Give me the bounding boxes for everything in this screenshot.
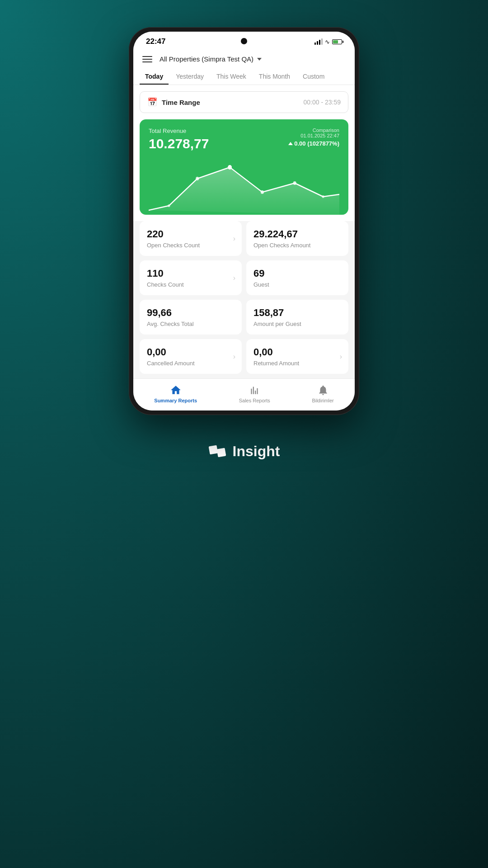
svg-point-5	[322, 195, 324, 198]
property-name: All Properties (Simpra Test QA)	[160, 55, 253, 63]
chevron-right-icon-3: ›	[233, 353, 235, 361]
stat-open-checks-amount-value: 29.224,67	[253, 228, 341, 240]
nav-bildirimler[interactable]: Bildirimler	[312, 384, 333, 403]
stat-guest-value: 69	[253, 268, 341, 279]
stat-returned-amount-value: 0,00	[253, 346, 341, 358]
stat-amount-per-guest-label: Amount per Guest	[253, 321, 341, 327]
stats-container: 220 Open Checks Count › 29.224,67 Open C…	[133, 221, 355, 374]
stats-row-2: 110 Checks Count › 69 Guest	[140, 260, 348, 295]
revenue-chart	[149, 160, 339, 215]
time-range-label: Time Range	[162, 99, 200, 106]
stat-cancelled-amount-label: Cancelled Amount	[147, 360, 235, 367]
stat-cancelled-amount[interactable]: 0,00 Cancelled Amount ›	[140, 339, 242, 374]
phone-screen: 22:47 ∿ Al	[133, 32, 355, 410]
tabs-container: Today Yesterday This Week This Month Cus…	[133, 63, 355, 85]
revenue-chart-svg	[149, 160, 339, 215]
stat-avg-checks-total-label: Avg. Checks Total	[147, 321, 235, 327]
time-range-container: 📅 Time Range 00:00 - 23:59	[133, 85, 355, 119]
stats-row-4: 0,00 Cancelled Amount › 0,00 Returned Am…	[140, 339, 348, 374]
status-icons: ∿	[314, 38, 342, 45]
revenue-top: Total Revenue 10.278,77 Comparison 01.01…	[149, 127, 339, 151]
svg-point-4	[168, 204, 170, 207]
svg-point-3	[293, 181, 296, 185]
chevron-right-icon-2: ›	[233, 274, 235, 282]
time-range-card[interactable]: 📅 Time Range 00:00 - 23:59	[140, 91, 348, 113]
chevron-right-icon-4: ›	[340, 353, 342, 361]
comparison-date: 01.01.2025 22:47	[288, 133, 339, 138]
tab-custom[interactable]: Custom	[297, 69, 330, 85]
comparison-label: Comparison	[288, 127, 339, 133]
trend-up-icon	[288, 142, 293, 145]
calendar-icon: 📅	[147, 97, 157, 107]
time-range-value: 00:00 - 23:59	[303, 99, 341, 106]
nav-sales-reports-label: Sales Reports	[239, 398, 270, 403]
stat-avg-checks-total: 99,66 Avg. Checks Total	[140, 300, 242, 335]
time-range-left: 📅 Time Range	[147, 97, 200, 107]
stat-cancelled-amount-value: 0,00	[147, 346, 235, 358]
app-header: All Properties (Simpra Test QA)	[133, 50, 355, 63]
chevron-right-icon: ›	[233, 235, 235, 243]
stats-row-3: 99,66 Avg. Checks Total 158,87 Amount pe…	[140, 300, 348, 335]
stat-open-checks-count-value: 220	[147, 228, 235, 240]
stat-open-checks-amount: 29.224,67 Open Checks Amount	[246, 221, 348, 256]
stat-open-checks-count[interactable]: 220 Open Checks Count ›	[140, 221, 242, 256]
stat-open-checks-count-label: Open Checks Count	[147, 242, 235, 249]
nav-summary-reports-label: Summary Reports	[154, 398, 197, 403]
dropdown-arrow-icon	[257, 58, 262, 61]
stat-avg-checks-total-value: 99,66	[147, 307, 235, 319]
revenue-value: 10.278,77	[149, 136, 209, 151]
revenue-card: Total Revenue 10.278,77 Comparison 01.01…	[140, 119, 348, 215]
stat-checks-count[interactable]: 110 Checks Count ›	[140, 260, 242, 295]
revenue-left: Total Revenue 10.278,77	[149, 127, 209, 151]
svg-rect-7	[216, 448, 226, 458]
camera-notch	[241, 38, 247, 44]
stat-amount-per-guest-value: 158,87	[253, 307, 341, 319]
bell-icon	[317, 384, 329, 396]
revenue-label: Total Revenue	[149, 127, 209, 134]
wifi-icon: ∿	[325, 38, 330, 45]
home-icon	[170, 384, 182, 396]
nav-sales-reports[interactable]: Sales Reports	[239, 384, 270, 403]
tab-today[interactable]: Today	[140, 69, 169, 85]
comparison-value: 0.00 (1027877%)	[288, 140, 339, 147]
stats-row-1: 220 Open Checks Count › 29.224,67 Open C…	[140, 221, 348, 256]
signal-icon	[314, 38, 323, 45]
brand-footer: Insight	[208, 442, 280, 460]
property-selector[interactable]: All Properties (Simpra Test QA)	[160, 55, 262, 63]
stat-checks-count-value: 110	[147, 268, 235, 279]
battery-icon	[332, 39, 342, 44]
svg-point-2	[261, 190, 264, 194]
svg-point-0	[228, 165, 232, 170]
chart-icon	[249, 384, 260, 396]
tab-yesterday[interactable]: Yesterday	[170, 69, 209, 85]
comparison-block: Comparison 01.01.2025 22:47 0.00 (102787…	[288, 127, 339, 147]
stat-guest-label: Guest	[253, 281, 341, 288]
stat-returned-amount-label: Returned Amount	[253, 360, 341, 367]
hamburger-button[interactable]	[142, 56, 152, 62]
app-content: All Properties (Simpra Test QA) Today Ye…	[133, 50, 355, 374]
stat-returned-amount[interactable]: 0,00 Returned Amount ›	[246, 339, 348, 374]
status-time: 22:47	[146, 37, 165, 46]
brand-logo-icon	[208, 442, 226, 460]
status-bar: 22:47 ∿	[133, 32, 355, 50]
tab-this-month[interactable]: This Month	[253, 69, 296, 85]
phone-device: 22:47 ∿ Al	[129, 27, 359, 415]
stat-amount-per-guest: 158,87 Amount per Guest	[246, 300, 348, 335]
nav-summary-reports[interactable]: Summary Reports	[154, 384, 197, 403]
stat-guest: 69 Guest	[246, 260, 348, 295]
stat-open-checks-amount-label: Open Checks Amount	[253, 242, 341, 249]
svg-point-1	[196, 177, 199, 180]
tab-this-week[interactable]: This Week	[211, 69, 252, 85]
bottom-nav: Summary Reports Sales Reports Bildirimle…	[133, 378, 355, 410]
brand-name: Insight	[233, 443, 280, 460]
nav-bildirimler-label: Bildirimler	[312, 398, 333, 403]
svg-rect-6	[208, 445, 218, 455]
stat-checks-count-label: Checks Count	[147, 281, 235, 288]
